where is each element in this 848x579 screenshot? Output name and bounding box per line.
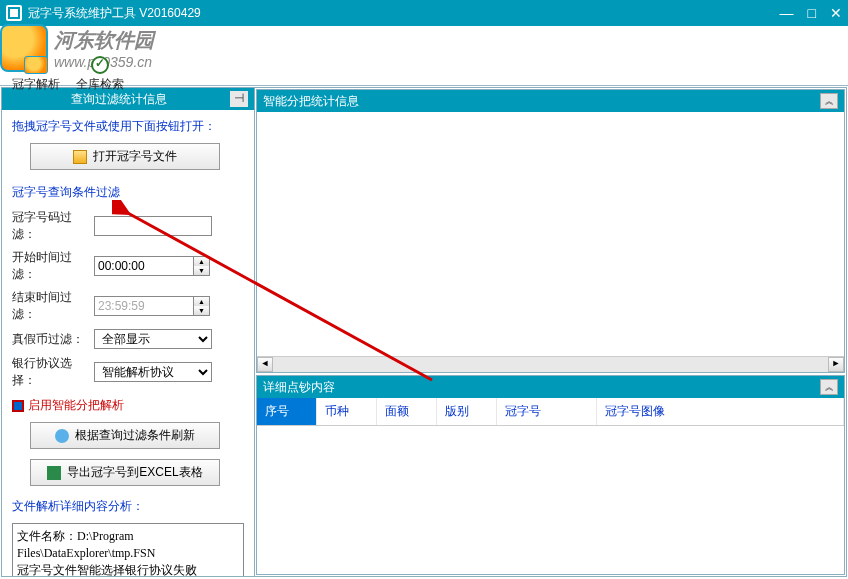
export-excel-button[interactable]: 导出冠字号到EXCEL表格 [30,459,220,486]
main-area: 查询过滤统计信息 ⊣ 拖拽冠字号文件或使用下面按钮打开： 打开冠字号文件 冠字号… [0,86,848,578]
col-edition[interactable]: 版别 [437,398,497,425]
refresh-button[interactable]: 根据查询过滤条件刷新 [30,422,220,449]
right-top-body [257,112,844,356]
code-filter-label: 冠字号码过滤： [12,209,90,243]
toolbar-area: 河东软件园 www.pc0359.cn 冠字解析 全库检索 [0,26,848,86]
right-top-header: 智能分把统计信息 ︽ [257,90,844,112]
toolbar-parse-button[interactable]: 冠字解析 [6,54,66,95]
code-filter-input[interactable] [94,216,212,236]
currency-filter-label: 真假币过滤： [12,331,90,348]
toolbar-search-button[interactable]: 全库检索 [70,54,130,95]
right-bottom-header: 详细点钞内容 ︽ [257,376,844,398]
filter-section-title: 冠字号查询条件过滤 [12,184,244,201]
right-bottom-title: 详细点钞内容 [263,379,335,396]
start-time-spinner[interactable]: ▲▼ [194,256,210,276]
table-header-row: 序号 币种 面额 版别 冠字号 冠字号图像 [257,398,844,426]
analysis-textbox[interactable]: 文件名称：D:\Program Files\DataExplorer\tmp.F… [12,523,244,576]
collapse-bottom-button[interactable]: ︽ [820,379,838,395]
toolbar-parse-label: 冠字解析 [12,76,60,93]
scroll-left-button[interactable]: ◄ [257,357,273,372]
export-excel-label: 导出冠字号到EXCEL表格 [67,464,202,481]
table-body [257,426,844,574]
end-time-label: 结束时间过滤： [12,289,90,323]
app-icon [6,5,22,21]
open-file-label: 打开冠字号文件 [93,148,177,165]
excel-icon [47,466,61,480]
drag-hint: 拖拽冠字号文件或使用下面按钮打开： [12,118,244,135]
left-panel: 查询过滤统计信息 ⊣ 拖拽冠字号文件或使用下面按钮打开： 打开冠字号文件 冠字号… [1,87,255,577]
horizontal-scrollbar[interactable]: ◄ ► [257,356,844,372]
analysis-text: 文件名称：D:\Program Files\DataExplorer\tmp.F… [17,528,239,576]
col-crown-image[interactable]: 冠字号图像 [597,398,844,425]
close-button[interactable]: ✕ [830,5,842,21]
svg-rect-1 [10,9,18,17]
smart-parse-label: 启用智能分把解析 [28,397,124,414]
open-file-button[interactable]: 打开冠字号文件 [30,143,220,170]
col-crown[interactable]: 冠字号 [497,398,597,425]
end-time-spinner[interactable]: ▲▼ [194,296,210,316]
start-time-input[interactable] [94,256,194,276]
smart-parse-checkbox[interactable] [12,400,24,412]
end-time-input[interactable] [94,296,194,316]
col-currency-type[interactable]: 币种 [317,398,377,425]
right-top-panel: 智能分把统计信息 ︽ ◄ ► [256,89,845,373]
right-top-title: 智能分把统计信息 [263,93,359,110]
watermark-title: 河东软件园 [54,27,154,54]
start-time-label: 开始时间过滤： [12,249,90,283]
folder-icon [73,150,87,164]
window-titlebar: 冠字号系统维护工具 V20160429 — □ ✕ [0,0,848,26]
refresh-icon [55,429,69,443]
right-panel: 智能分把统计信息 ︽ ◄ ► 详细点钞内容 ︽ 序号 币种 面额 版别 [255,87,847,577]
scroll-right-button[interactable]: ► [828,357,844,372]
pin-button[interactable]: ⊣ [230,91,248,107]
bank-protocol-select[interactable]: 智能解析协议 [94,362,212,382]
search-icon [91,56,109,74]
maximize-button[interactable]: □ [808,5,816,21]
refresh-label: 根据查询过滤条件刷新 [75,427,195,444]
right-bottom-panel: 详细点钞内容 ︽ 序号 币种 面额 版别 冠字号 冠字号图像 [256,375,845,575]
currency-filter-select[interactable]: 全部显示 [94,329,212,349]
minimize-button[interactable]: — [780,5,794,21]
col-seq[interactable]: 序号 [257,398,317,425]
bank-protocol-label: 银行协议选择： [12,355,90,389]
window-title: 冠字号系统维护工具 V20160429 [28,5,780,22]
toolbar-search-label: 全库检索 [76,76,124,93]
col-face-value[interactable]: 面额 [377,398,437,425]
analysis-title: 文件解析详细内容分析： [12,498,244,515]
collapse-top-button[interactable]: ︽ [820,93,838,109]
parse-icon [24,56,48,74]
